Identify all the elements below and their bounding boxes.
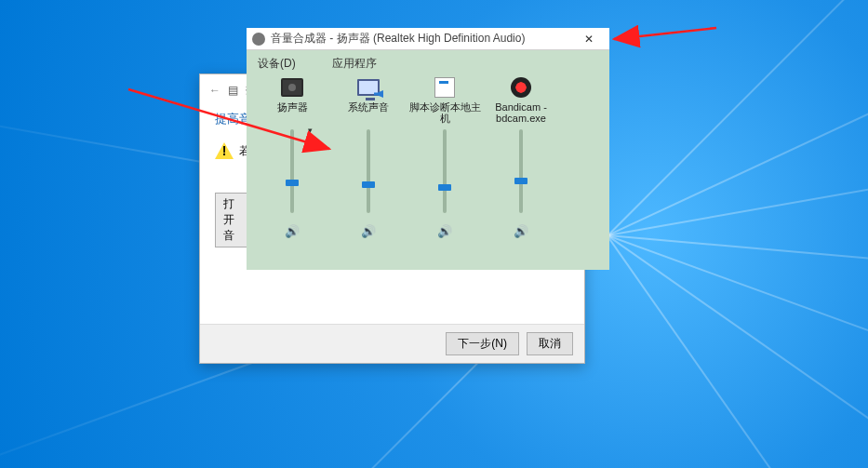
channel-label: 脚本诊断本地主机 — [407, 101, 483, 126]
mute-button-device[interactable]: 🔊 — [285, 224, 300, 238]
next-button[interactable]: 下一步(N) — [446, 332, 519, 355]
channel-label: Bandicam - bdcam.exe — [483, 101, 559, 126]
warning-icon: ! — [215, 142, 234, 159]
bandicam-icon[interactable] — [511, 77, 531, 98]
mixer-title-icon — [252, 33, 265, 46]
section-label-device: 设备(D) — [258, 56, 332, 72]
channel-device: 扬声器 🔊 — [254, 74, 330, 238]
system-sounds-icon[interactable] — [357, 79, 380, 96]
channel-bandicam: Bandicam - bdcam.exe 🔊 — [483, 74, 559, 238]
volume-slider-bandicam[interactable] — [519, 129, 523, 213]
volume-slider-device[interactable] — [290, 129, 294, 213]
volume-mixer-window: 音量合成器 - 扬声器 (Realtek High Definition Aud… — [247, 28, 609, 270]
folder-icon: ▤ — [228, 84, 238, 97]
channel-system-sounds: 系统声音 🔊 — [330, 74, 407, 238]
speaker-device-icon[interactable] — [281, 78, 303, 97]
volume-slider-system[interactable] — [367, 129, 370, 213]
section-label-apps: 应用程序 — [332, 56, 377, 72]
mixer-titlebar: 音量合成器 - 扬声器 (Realtek High Definition Aud… — [247, 28, 609, 50]
volume-slider-script[interactable] — [443, 129, 447, 213]
channel-script-host: 脚本诊断本地主机 🔊 — [407, 74, 483, 238]
mute-button-bandicam[interactable]: 🔊 — [514, 224, 528, 238]
channel-label: 系统声音 — [348, 101, 389, 126]
close-button[interactable]: ✕ — [570, 28, 608, 50]
svg-line-0 — [614, 28, 716, 39]
cancel-button[interactable]: 取消 — [527, 332, 573, 355]
back-icon[interactable]: ← — [209, 84, 220, 97]
channel-label: 扬声器 — [277, 101, 308, 126]
mute-button-script[interactable]: 🔊 — [437, 224, 452, 238]
mute-button-system[interactable]: 🔊 — [361, 224, 376, 238]
device-dropdown-icon[interactable]: ▾ — [308, 126, 313, 135]
mixer-title-text: 音量合成器 - 扬声器 (Realtek High Definition Aud… — [271, 31, 525, 47]
script-host-icon[interactable] — [434, 77, 455, 98]
